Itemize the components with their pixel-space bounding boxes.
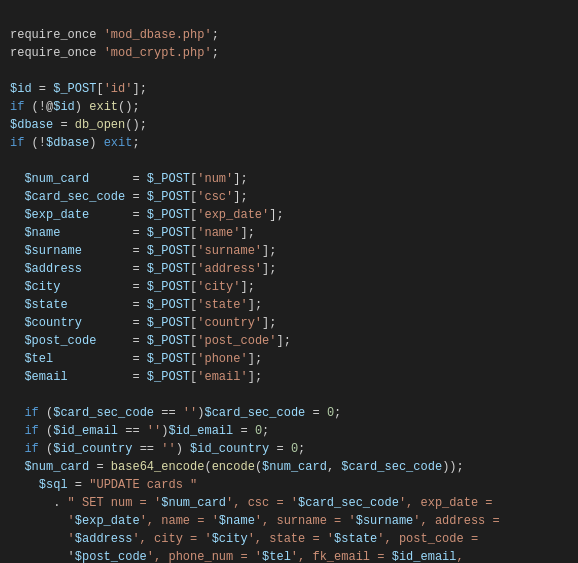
code-editor: require_once 'mod_dbase.php'; require_on…: [0, 0, 578, 563]
code-content: require_once 'mod_dbase.php'; require_on…: [10, 28, 500, 563]
